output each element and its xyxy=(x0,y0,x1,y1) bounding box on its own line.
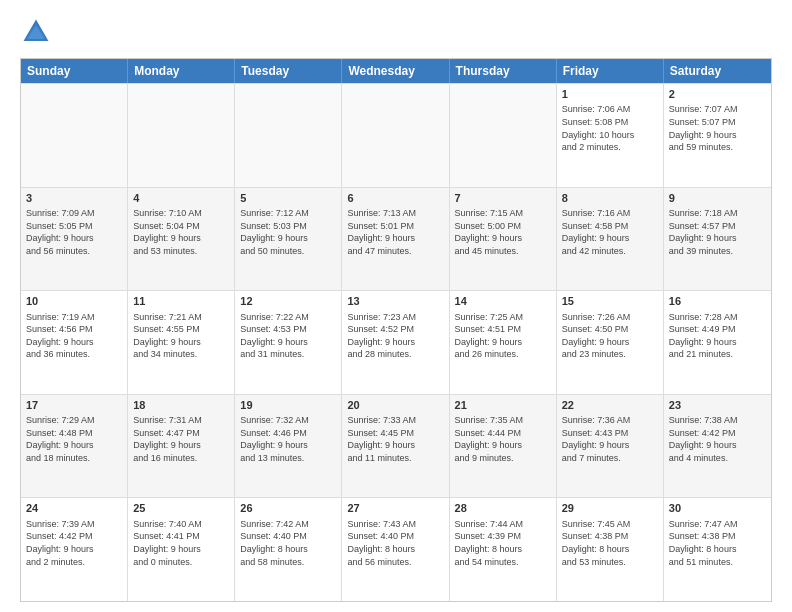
calendar-row-4: 24Sunrise: 7:39 AMSunset: 4:42 PMDayligh… xyxy=(21,497,771,601)
day-number: 13 xyxy=(347,294,443,309)
day-number: 24 xyxy=(26,501,122,516)
cell-info: Sunrise: 7:31 AMSunset: 4:47 PMDaylight:… xyxy=(133,414,229,464)
header xyxy=(20,16,772,48)
day-number: 17 xyxy=(26,398,122,413)
cal-cell-2: 2Sunrise: 7:07 AMSunset: 5:07 PMDaylight… xyxy=(664,84,771,187)
cell-info: Sunrise: 7:32 AMSunset: 4:46 PMDaylight:… xyxy=(240,414,336,464)
day-number: 10 xyxy=(26,294,122,309)
day-number: 28 xyxy=(455,501,551,516)
cal-cell-empty-4 xyxy=(450,84,557,187)
cell-info: Sunrise: 7:19 AMSunset: 4:56 PMDaylight:… xyxy=(26,311,122,361)
cal-cell-19: 19Sunrise: 7:32 AMSunset: 4:46 PMDayligh… xyxy=(235,395,342,498)
header-day-wednesday: Wednesday xyxy=(342,59,449,83)
day-number: 3 xyxy=(26,191,122,206)
calendar: SundayMondayTuesdayWednesdayThursdayFrid… xyxy=(20,58,772,602)
cal-cell-5: 5Sunrise: 7:12 AMSunset: 5:03 PMDaylight… xyxy=(235,188,342,291)
day-number: 27 xyxy=(347,501,443,516)
cal-cell-empty-2 xyxy=(235,84,342,187)
cell-info: Sunrise: 7:26 AMSunset: 4:50 PMDaylight:… xyxy=(562,311,658,361)
cell-info: Sunrise: 7:07 AMSunset: 5:07 PMDaylight:… xyxy=(669,103,766,153)
cell-info: Sunrise: 7:35 AMSunset: 4:44 PMDaylight:… xyxy=(455,414,551,464)
header-day-sunday: Sunday xyxy=(21,59,128,83)
calendar-header: SundayMondayTuesdayWednesdayThursdayFrid… xyxy=(21,59,771,83)
cal-cell-21: 21Sunrise: 7:35 AMSunset: 4:44 PMDayligh… xyxy=(450,395,557,498)
cell-info: Sunrise: 7:06 AMSunset: 5:08 PMDaylight:… xyxy=(562,103,658,153)
cal-cell-6: 6Sunrise: 7:13 AMSunset: 5:01 PMDaylight… xyxy=(342,188,449,291)
header-day-monday: Monday xyxy=(128,59,235,83)
day-number: 19 xyxy=(240,398,336,413)
cal-cell-30: 30Sunrise: 7:47 AMSunset: 4:38 PMDayligh… xyxy=(664,498,771,601)
day-number: 18 xyxy=(133,398,229,413)
day-number: 8 xyxy=(562,191,658,206)
day-number: 2 xyxy=(669,87,766,102)
cell-info: Sunrise: 7:28 AMSunset: 4:49 PMDaylight:… xyxy=(669,311,766,361)
cal-cell-23: 23Sunrise: 7:38 AMSunset: 4:42 PMDayligh… xyxy=(664,395,771,498)
cell-info: Sunrise: 7:13 AMSunset: 5:01 PMDaylight:… xyxy=(347,207,443,257)
cell-info: Sunrise: 7:23 AMSunset: 4:52 PMDaylight:… xyxy=(347,311,443,361)
cal-cell-1: 1Sunrise: 7:06 AMSunset: 5:08 PMDaylight… xyxy=(557,84,664,187)
logo-icon xyxy=(20,16,52,48)
day-number: 23 xyxy=(669,398,766,413)
page: SundayMondayTuesdayWednesdayThursdayFrid… xyxy=(0,0,792,612)
cell-info: Sunrise: 7:44 AMSunset: 4:39 PMDaylight:… xyxy=(455,518,551,568)
cal-cell-22: 22Sunrise: 7:36 AMSunset: 4:43 PMDayligh… xyxy=(557,395,664,498)
day-number: 5 xyxy=(240,191,336,206)
cal-cell-26: 26Sunrise: 7:42 AMSunset: 4:40 PMDayligh… xyxy=(235,498,342,601)
cell-info: Sunrise: 7:25 AMSunset: 4:51 PMDaylight:… xyxy=(455,311,551,361)
cal-cell-8: 8Sunrise: 7:16 AMSunset: 4:58 PMDaylight… xyxy=(557,188,664,291)
day-number: 25 xyxy=(133,501,229,516)
cell-info: Sunrise: 7:45 AMSunset: 4:38 PMDaylight:… xyxy=(562,518,658,568)
day-number: 11 xyxy=(133,294,229,309)
cal-cell-10: 10Sunrise: 7:19 AMSunset: 4:56 PMDayligh… xyxy=(21,291,128,394)
header-day-thursday: Thursday xyxy=(450,59,557,83)
cell-info: Sunrise: 7:16 AMSunset: 4:58 PMDaylight:… xyxy=(562,207,658,257)
cell-info: Sunrise: 7:39 AMSunset: 4:42 PMDaylight:… xyxy=(26,518,122,568)
cal-cell-9: 9Sunrise: 7:18 AMSunset: 4:57 PMDaylight… xyxy=(664,188,771,291)
cal-cell-16: 16Sunrise: 7:28 AMSunset: 4:49 PMDayligh… xyxy=(664,291,771,394)
calendar-body: 1Sunrise: 7:06 AMSunset: 5:08 PMDaylight… xyxy=(21,83,771,601)
day-number: 15 xyxy=(562,294,658,309)
day-number: 29 xyxy=(562,501,658,516)
day-number: 16 xyxy=(669,294,766,309)
cal-cell-29: 29Sunrise: 7:45 AMSunset: 4:38 PMDayligh… xyxy=(557,498,664,601)
cal-cell-14: 14Sunrise: 7:25 AMSunset: 4:51 PMDayligh… xyxy=(450,291,557,394)
calendar-row-2: 10Sunrise: 7:19 AMSunset: 4:56 PMDayligh… xyxy=(21,290,771,394)
cell-info: Sunrise: 7:21 AMSunset: 4:55 PMDaylight:… xyxy=(133,311,229,361)
cal-cell-27: 27Sunrise: 7:43 AMSunset: 4:40 PMDayligh… xyxy=(342,498,449,601)
cal-cell-empty-1 xyxy=(128,84,235,187)
cal-cell-15: 15Sunrise: 7:26 AMSunset: 4:50 PMDayligh… xyxy=(557,291,664,394)
day-number: 12 xyxy=(240,294,336,309)
cell-info: Sunrise: 7:22 AMSunset: 4:53 PMDaylight:… xyxy=(240,311,336,361)
cell-info: Sunrise: 7:15 AMSunset: 5:00 PMDaylight:… xyxy=(455,207,551,257)
cell-info: Sunrise: 7:10 AMSunset: 5:04 PMDaylight:… xyxy=(133,207,229,257)
day-number: 4 xyxy=(133,191,229,206)
calendar-row-1: 3Sunrise: 7:09 AMSunset: 5:05 PMDaylight… xyxy=(21,187,771,291)
cal-cell-3: 3Sunrise: 7:09 AMSunset: 5:05 PMDaylight… xyxy=(21,188,128,291)
cell-info: Sunrise: 7:43 AMSunset: 4:40 PMDaylight:… xyxy=(347,518,443,568)
cal-cell-20: 20Sunrise: 7:33 AMSunset: 4:45 PMDayligh… xyxy=(342,395,449,498)
cal-cell-28: 28Sunrise: 7:44 AMSunset: 4:39 PMDayligh… xyxy=(450,498,557,601)
day-number: 9 xyxy=(669,191,766,206)
calendar-row-0: 1Sunrise: 7:06 AMSunset: 5:08 PMDaylight… xyxy=(21,83,771,187)
day-number: 14 xyxy=(455,294,551,309)
cell-info: Sunrise: 7:29 AMSunset: 4:48 PMDaylight:… xyxy=(26,414,122,464)
cal-cell-17: 17Sunrise: 7:29 AMSunset: 4:48 PMDayligh… xyxy=(21,395,128,498)
cell-info: Sunrise: 7:47 AMSunset: 4:38 PMDaylight:… xyxy=(669,518,766,568)
cal-cell-12: 12Sunrise: 7:22 AMSunset: 4:53 PMDayligh… xyxy=(235,291,342,394)
cal-cell-4: 4Sunrise: 7:10 AMSunset: 5:04 PMDaylight… xyxy=(128,188,235,291)
day-number: 30 xyxy=(669,501,766,516)
day-number: 22 xyxy=(562,398,658,413)
cal-cell-empty-0 xyxy=(21,84,128,187)
cal-cell-25: 25Sunrise: 7:40 AMSunset: 4:41 PMDayligh… xyxy=(128,498,235,601)
cell-info: Sunrise: 7:12 AMSunset: 5:03 PMDaylight:… xyxy=(240,207,336,257)
cell-info: Sunrise: 7:09 AMSunset: 5:05 PMDaylight:… xyxy=(26,207,122,257)
day-number: 21 xyxy=(455,398,551,413)
cell-info: Sunrise: 7:38 AMSunset: 4:42 PMDaylight:… xyxy=(669,414,766,464)
cell-info: Sunrise: 7:33 AMSunset: 4:45 PMDaylight:… xyxy=(347,414,443,464)
day-number: 6 xyxy=(347,191,443,206)
header-day-friday: Friday xyxy=(557,59,664,83)
cal-cell-empty-3 xyxy=(342,84,449,187)
cell-info: Sunrise: 7:36 AMSunset: 4:43 PMDaylight:… xyxy=(562,414,658,464)
cal-cell-18: 18Sunrise: 7:31 AMSunset: 4:47 PMDayligh… xyxy=(128,395,235,498)
day-number: 26 xyxy=(240,501,336,516)
